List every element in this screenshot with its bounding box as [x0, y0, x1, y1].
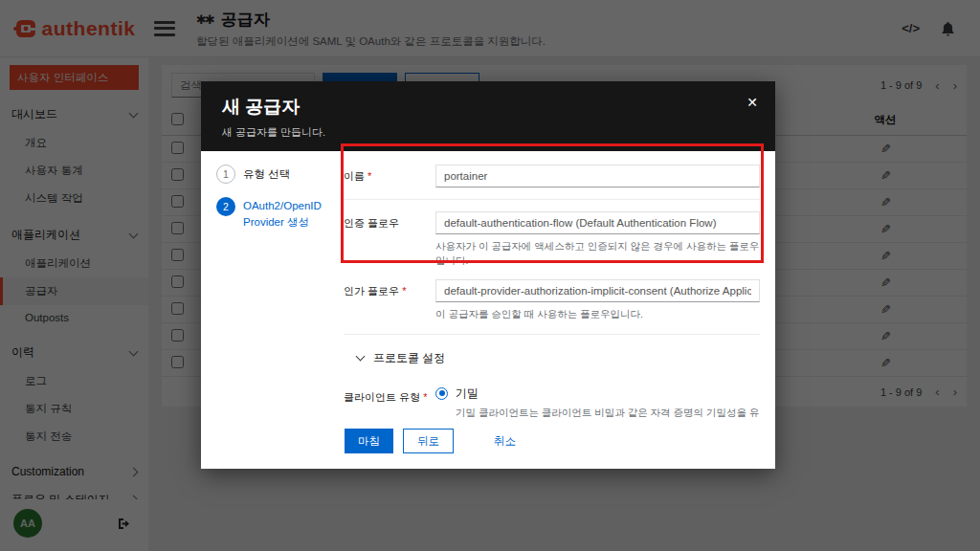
name-label: 이름 *	[344, 165, 435, 187]
cancel-button[interactable]: 취소	[480, 429, 529, 453]
name-input[interactable]	[435, 165, 760, 187]
back-button[interactable]: 뒤로	[403, 429, 454, 453]
wizard-step-select-type[interactable]: 1 유형 선택	[216, 165, 332, 184]
new-provider-modal: 새 공급자 새 공급자를 만듭니다. ✕ 1 유형 선택 2 OAuth2/Op…	[201, 81, 775, 469]
provider-form: 이름 * 인증 플로우 사용자가 이 공급자에 액세스하고 인증되지 않은 경우…	[340, 151, 775, 419]
protocol-settings-expander[interactable]: 프로토콜 설정	[344, 341, 760, 374]
authorization-flow-label: 인가 플로우 *	[344, 279, 435, 321]
chevron-down-icon	[356, 352, 366, 362]
wizard-step-create-provider[interactable]: 2 OAuth2/OpenID Provider 생성	[216, 197, 332, 231]
authorization-flow-select[interactable]	[435, 279, 760, 302]
authentication-flow-label: 인증 플로우	[344, 211, 435, 268]
close-icon[interactable]: ✕	[746, 95, 758, 110]
client-type-label: 클라이언트 유형 *	[344, 386, 435, 419]
client-type-confidential-desc: 기밀 클라이언트는 클라이언트 비밀과 같은 자격 증명의 기밀성을 유지할 수…	[456, 406, 760, 419]
authentication-flow-help: 사용자가 이 공급자에 액세스하고 인증되지 않은 경우에 사용하는 플로우입니…	[435, 239, 760, 268]
protocol-settings-label: 프로토콜 설정	[373, 350, 445, 366]
authorization-flow-help: 이 공급자를 승인할 때 사용하는 플로우입니다.	[435, 307, 760, 321]
modal-footer: 마침 뒤로 취소	[201, 419, 775, 469]
authentication-flow-select[interactable]	[435, 211, 760, 234]
app: authentik ✱✱ 공급자 할당된 애플리케이션에 SAML 및 OAut…	[0, 0, 980, 551]
client-type-confidential-label: 기밀	[456, 386, 479, 402]
modal-title: 새 공급자	[222, 95, 754, 120]
modal-header: 새 공급자 새 공급자를 만듭니다. ✕	[201, 81, 775, 151]
client-type-confidential-radio[interactable]	[435, 387, 448, 400]
wizard-steps: 1 유형 선택 2 OAuth2/OpenID Provider 생성	[201, 151, 340, 419]
finish-button[interactable]: 마침	[345, 429, 393, 453]
modal-subtitle: 새 공급자를 만듭니다.	[222, 125, 754, 140]
